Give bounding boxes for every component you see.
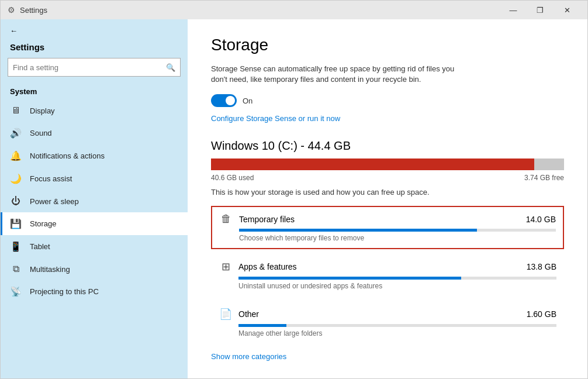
storage-sense-toggle[interactable] xyxy=(211,94,237,107)
back-button[interactable]: ← xyxy=(1,19,188,42)
sidebar-item-tablet[interactable]: 📱 Tablet xyxy=(1,235,188,258)
sidebar-item-label: Notifications & actions xyxy=(30,151,105,160)
tablet-icon: 📱 xyxy=(10,241,22,252)
storage-used-label: 40.6 GB used xyxy=(211,174,254,182)
storage-icon: 💾 xyxy=(10,218,22,229)
sidebar-section-title: System xyxy=(1,84,188,99)
sidebar-item-label: Projecting to this PC xyxy=(30,287,99,296)
sidebar-item-notifications[interactable]: 🔔 Notifications & actions xyxy=(1,144,188,167)
temp-files-bar xyxy=(239,229,556,232)
apps-desc: Uninstall unused or undesired apps & fea… xyxy=(219,282,556,290)
sidebar-item-display[interactable]: 🖥 Display xyxy=(1,99,188,122)
sidebar-item-multitasking[interactable]: ⧉ Multitasking xyxy=(1,258,188,280)
title-bar: ⚙ Settings — ❐ ✕ xyxy=(1,1,587,19)
temp-files-size: 14.0 GB xyxy=(526,215,556,224)
other-desc: Manage other large folders xyxy=(219,329,556,337)
main-content: Storage Storage Sense can automatically … xyxy=(188,19,587,378)
other-name: Other xyxy=(238,309,521,319)
settings-window: ⚙ Settings — ❐ ✕ ← Settings 🔍 System 🖥 D… xyxy=(0,0,588,379)
sidebar-item-label: Sound xyxy=(30,129,52,137)
toggle-row: On xyxy=(211,94,564,107)
sidebar-item-focus[interactable]: 🌙 Focus assist xyxy=(1,167,188,190)
configure-link[interactable]: Configure Storage Sense or run it now xyxy=(211,114,340,123)
temp-files-name: Temporary files xyxy=(239,215,520,224)
title-bar-title: Settings xyxy=(20,6,47,15)
focus-icon: 🌙 xyxy=(10,173,22,184)
sidebar-item-label: Multitasking xyxy=(30,265,70,274)
temp-files-desc: Choose which temporary files to remove xyxy=(219,234,556,242)
title-bar-left: ⚙ Settings xyxy=(8,5,47,15)
sidebar-app-title: Settings xyxy=(1,42,188,58)
show-more-link[interactable]: Show more categories xyxy=(211,352,286,361)
sidebar-item-label: Focus assist xyxy=(30,174,72,183)
close-button[interactable]: ✕ xyxy=(554,1,580,19)
storage-hint: This is how your storage is used and how… xyxy=(211,188,564,197)
sidebar: ← Settings 🔍 System 🖥 Display 🔊 Sound 🔔 … xyxy=(1,19,188,378)
maximize-button[interactable]: ❐ xyxy=(527,1,554,19)
temp-files-icon: 🗑 xyxy=(219,213,233,225)
notifications-icon: 🔔 xyxy=(10,150,22,161)
other-size: 1.60 GB xyxy=(527,309,556,319)
apps-icon: ⊞ xyxy=(219,260,233,273)
storage-description: Storage Sense can automatically free up … xyxy=(211,64,468,85)
power-icon: ⏻ xyxy=(10,196,22,206)
minimize-button[interactable]: — xyxy=(500,1,527,19)
apps-bar xyxy=(238,277,556,280)
apps-bar-fill xyxy=(238,277,461,280)
search-input[interactable] xyxy=(13,63,166,72)
display-icon: 🖥 xyxy=(10,105,22,116)
storage-bar-free xyxy=(534,159,564,170)
storage-item-other[interactable]: 📄 Other 1.60 GB Manage other large folde… xyxy=(211,301,564,344)
sound-icon: 🔊 xyxy=(10,128,22,139)
storage-item-header-apps: ⊞ Apps & features 13.8 GB xyxy=(219,260,556,273)
temp-files-bar-fill xyxy=(239,229,477,232)
storage-free-label: 3.74 GB free xyxy=(524,174,564,182)
content-area: ← Settings 🔍 System 🖥 Display 🔊 Sound 🔔 … xyxy=(1,19,587,378)
drive-title: Windows 10 (C:) - 44.4 GB xyxy=(211,139,564,153)
sidebar-item-label: Storage xyxy=(30,219,57,228)
other-bar-fill xyxy=(238,324,286,327)
search-icon: 🔍 xyxy=(166,63,175,72)
sidebar-item-power[interactable]: ⏻ Power & sleep xyxy=(1,190,188,212)
sidebar-item-label: Tablet xyxy=(30,242,50,251)
storage-labels: 40.6 GB used 3.74 GB free xyxy=(211,174,564,182)
search-box: 🔍 xyxy=(8,58,181,77)
toggle-label: On xyxy=(243,97,253,105)
settings-app-icon: ⚙ xyxy=(8,5,15,15)
apps-size: 13.8 GB xyxy=(527,262,556,271)
sidebar-item-projecting[interactable]: 📡 Projecting to this PC xyxy=(1,280,188,303)
sidebar-item-label: Display xyxy=(30,106,55,115)
multitasking-icon: ⧉ xyxy=(10,264,22,274)
sidebar-item-label: Power & sleep xyxy=(30,197,79,206)
storage-item-header-temp: 🗑 Temporary files 14.0 GB xyxy=(219,213,556,225)
sidebar-item-sound[interactable]: 🔊 Sound xyxy=(1,122,188,144)
window-controls: — ❐ ✕ xyxy=(500,1,580,19)
other-icon: 📄 xyxy=(219,308,233,321)
storage-item-header-other: 📄 Other 1.60 GB xyxy=(219,308,556,321)
storage-bar-used xyxy=(211,159,534,170)
projecting-icon: 📡 xyxy=(10,286,22,297)
sidebar-item-storage[interactable]: 💾 Storage xyxy=(1,212,188,235)
page-title: Storage xyxy=(211,36,564,54)
apps-name: Apps & features xyxy=(238,262,521,271)
storage-item-temp[interactable]: 🗑 Temporary files 14.0 GB Choose which t… xyxy=(211,206,564,249)
back-icon: ← xyxy=(10,26,18,35)
storage-item-apps[interactable]: ⊞ Apps & features 13.8 GB Uninstall unus… xyxy=(211,254,564,297)
storage-bar xyxy=(211,159,564,170)
other-bar xyxy=(238,324,556,327)
